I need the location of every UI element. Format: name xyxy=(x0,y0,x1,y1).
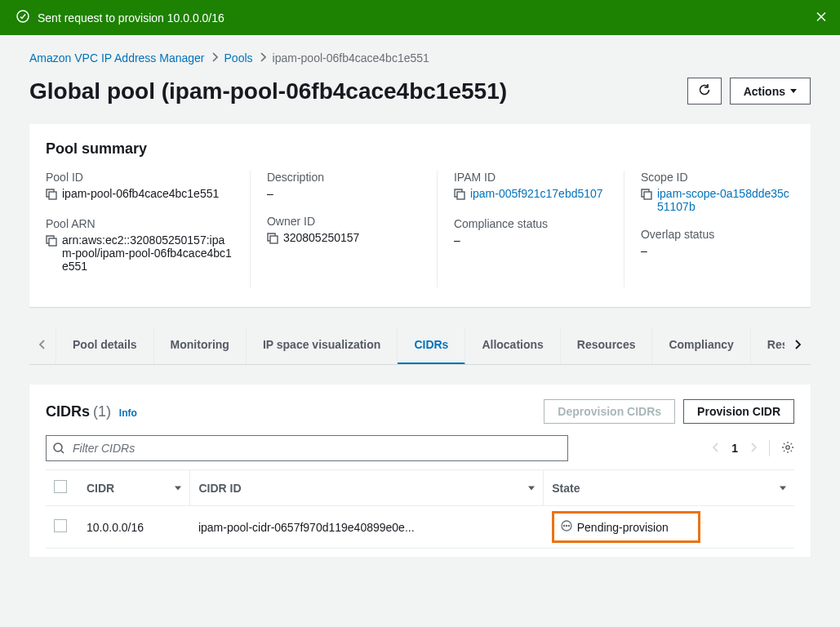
actions-button[interactable]: Actions xyxy=(730,78,811,104)
copy-icon[interactable] xyxy=(641,189,652,202)
tab-overflow[interactable]: Reso xyxy=(751,327,784,364)
description-label: Description xyxy=(267,171,420,184)
panel-title: Pool summary xyxy=(29,124,811,167)
provision-cidr-button[interactable]: Provision CIDR xyxy=(683,399,794,424)
refresh-button[interactable] xyxy=(687,78,722,104)
compliance-status-label: Compliance status xyxy=(454,217,607,230)
svg-rect-5 xyxy=(644,192,651,199)
page-next[interactable] xyxy=(749,442,758,456)
overlap-status-value: – xyxy=(641,244,794,257)
breadcrumb-pools[interactable]: Pools xyxy=(224,51,253,64)
sort-icon xyxy=(175,486,181,490)
svg-rect-2 xyxy=(49,238,56,246)
cidrs-count: (1) xyxy=(93,403,111,420)
ipam-id-label: IPAM ID xyxy=(454,171,607,184)
svg-point-6 xyxy=(54,443,62,451)
svg-point-9 xyxy=(563,525,564,526)
svg-point-11 xyxy=(568,525,569,526)
pool-id-value: ipam-pool-06fb4cace4bc1e551 xyxy=(62,187,219,200)
cell-cidr: 10.0.0.0/16 xyxy=(78,506,190,549)
svg-point-10 xyxy=(566,525,567,526)
chevron-right-icon xyxy=(211,51,218,64)
pending-icon xyxy=(561,520,572,534)
breadcrumb: Amazon VPC IP Address Manager Pools ipam… xyxy=(0,35,840,73)
page-number: 1 xyxy=(731,442,738,455)
tab-bar: Pool details Monitoring IP space visuali… xyxy=(29,327,811,365)
column-cidr[interactable]: CIDR xyxy=(78,470,190,506)
copy-icon[interactable] xyxy=(454,189,465,202)
page-prev[interactable] xyxy=(712,442,720,456)
ipam-id-link[interactable]: ipam-005f921c17ebd5107 xyxy=(470,187,603,200)
svg-point-0 xyxy=(17,11,29,22)
pool-arn-value: arn:aws:ec2::320805250157:ipam-pool/ipam… xyxy=(62,233,233,273)
copy-icon[interactable] xyxy=(46,189,57,202)
svg-rect-4 xyxy=(457,192,464,199)
cell-cidr-id: ipam-pool-cidr-0657f970d119e40899e0e... xyxy=(198,521,415,534)
refresh-icon xyxy=(698,83,711,99)
banner-message: Sent request to provision 10.0.0.0/16 xyxy=(38,11,224,24)
tab-ip-space-visualization[interactable]: IP space visualization xyxy=(247,327,398,364)
column-state[interactable]: State xyxy=(544,470,794,506)
tab-allocations[interactable]: Allocations xyxy=(465,327,560,364)
cell-state: Pending-provision xyxy=(577,521,669,534)
close-icon[interactable] xyxy=(816,11,827,24)
breadcrumb-current: ipam-pool-06fb4cace4bc1e551 xyxy=(273,51,429,64)
deprovision-cidrs-button[interactable]: Deprovision CIDRs xyxy=(544,399,675,424)
filter-cidrs-input[interactable] xyxy=(46,435,568,461)
table-row[interactable]: 10.0.0.0/16 ipam-pool-cidr-0657f970d119e… xyxy=(46,506,794,549)
cidrs-title: CIDRs xyxy=(46,403,90,420)
page-header: Global pool (ipam-pool-06fb4cace4bc1e551… xyxy=(0,73,840,124)
svg-point-7 xyxy=(786,445,789,448)
gear-icon[interactable] xyxy=(781,441,794,456)
compliance-status-value: – xyxy=(454,233,607,247)
sort-icon xyxy=(528,486,535,490)
owner-id-label: Owner ID xyxy=(267,215,420,228)
check-circle-icon xyxy=(16,10,29,25)
copy-icon[interactable] xyxy=(267,233,278,247)
owner-id-value: 320805250157 xyxy=(283,231,359,244)
sort-icon xyxy=(780,486,786,490)
cidrs-table: CIDR CIDR ID State 10.0.0.0/16 ipam-pool… xyxy=(46,469,794,549)
actions-label: Actions xyxy=(744,85,785,98)
row-checkbox[interactable] xyxy=(54,519,67,532)
scope-id-label: Scope ID xyxy=(641,171,794,184)
column-cidr-id[interactable]: CIDR ID xyxy=(190,470,544,506)
pool-summary-panel: Pool summary Pool ID ipam-pool-06fb4cace… xyxy=(29,124,811,307)
pool-id-label: Pool ID xyxy=(46,171,233,184)
state-highlight: Pending-provision xyxy=(552,511,700,543)
description-value: – xyxy=(267,187,420,200)
tab-scroll-left[interactable] xyxy=(29,339,56,352)
tab-monitoring[interactable]: Monitoring xyxy=(154,327,247,364)
select-all-checkbox[interactable] xyxy=(54,480,67,493)
tab-pool-details[interactable]: Pool details xyxy=(56,327,154,364)
page-title: Global pool (ipam-pool-06fb4cace4bc1e551… xyxy=(29,78,507,104)
caret-down-icon xyxy=(790,89,797,93)
breadcrumb-root[interactable]: Amazon VPC IP Address Manager xyxy=(29,51,205,64)
tab-resources[interactable]: Resources xyxy=(561,327,653,364)
tab-compliancy[interactable]: Compliancy xyxy=(652,327,750,364)
tab-scroll-right[interactable] xyxy=(784,339,811,352)
info-link[interactable]: Info xyxy=(119,407,137,419)
divider xyxy=(769,440,770,456)
svg-rect-3 xyxy=(270,236,278,243)
copy-icon[interactable] xyxy=(46,235,57,249)
cidrs-section: CIDRs (1) Info Deprovision CIDRs Provisi… xyxy=(29,385,811,557)
tab-cidrs[interactable]: CIDRs xyxy=(398,327,465,364)
success-banner: Sent request to provision 10.0.0.0/16 xyxy=(0,0,840,35)
overlap-status-label: Overlap status xyxy=(641,228,794,241)
scope-id-link[interactable]: ipam-scope-0a158dde35c51107b xyxy=(657,187,794,213)
svg-rect-1 xyxy=(49,192,56,199)
search-icon xyxy=(53,442,64,454)
pool-arn-label: Pool ARN xyxy=(46,217,233,230)
chevron-right-icon xyxy=(260,51,266,64)
